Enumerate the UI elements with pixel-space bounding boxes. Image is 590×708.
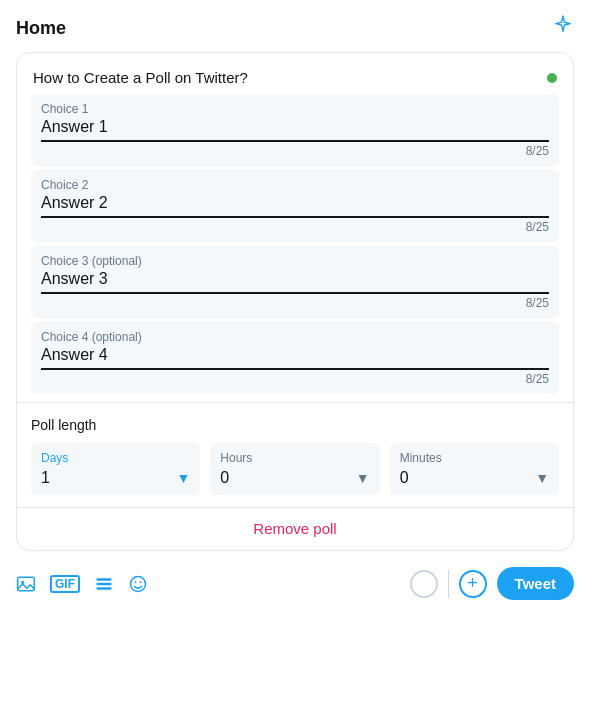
remove-poll-button[interactable]: Remove poll [253, 520, 336, 537]
choice-1-label: Choice 1 [41, 102, 549, 116]
page-title: Home [16, 18, 66, 39]
toolbar-left: GIF [16, 574, 148, 594]
image-icon[interactable] [16, 574, 36, 594]
toolbar-right: + Tweet [410, 567, 574, 600]
choice-2-input[interactable] [41, 194, 549, 218]
remove-poll-row: Remove poll [17, 507, 573, 550]
minutes-label: Minutes [400, 451, 549, 465]
emoji-icon[interactable] [128, 574, 148, 594]
choice-1-group: Choice 1 8/25 [31, 94, 559, 166]
hours-chevron-icon: ▼ [356, 470, 370, 486]
minutes-value-row: 0 ▼ [400, 469, 549, 487]
status-dot [547, 73, 557, 83]
svg-point-5 [131, 576, 146, 591]
svg-rect-4 [97, 587, 112, 590]
days-value-row: 1 ▼ [41, 469, 190, 487]
add-button[interactable]: + [459, 570, 487, 598]
sparkle-icon[interactable] [552, 14, 574, 42]
gif-icon[interactable]: GIF [50, 575, 80, 593]
svg-rect-2 [97, 578, 112, 581]
days-value: 1 [41, 469, 50, 487]
header: Home [0, 0, 590, 52]
choice-3-label: Choice 3 (optional) [41, 254, 549, 268]
choice-2-group: Choice 2 8/25 [31, 170, 559, 242]
choice-4-label: Choice 4 (optional) [41, 330, 549, 344]
toolbar-divider [448, 570, 449, 598]
days-chevron-icon: ▼ [176, 470, 190, 486]
poll-length-label: Poll length [31, 417, 559, 433]
minutes-dropdown[interactable]: Minutes 0 ▼ [390, 443, 559, 495]
choices-area: Choice 1 8/25 Choice 2 8/25 Choice 3 (op… [17, 94, 573, 394]
progress-circle [410, 570, 438, 598]
list-icon[interactable] [94, 574, 114, 594]
days-label: Days [41, 451, 190, 465]
toolbar: GIF + Tweet [0, 555, 590, 612]
svg-point-7 [140, 581, 142, 583]
hours-dropdown[interactable]: Hours 0 ▼ [210, 443, 379, 495]
poll-question: How to Create a Poll on Twitter? [33, 69, 547, 86]
choice-3-count: 8/25 [41, 296, 549, 310]
poll-length-section: Poll length Days 1 ▼ Hours 0 ▼ Minutes [17, 402, 573, 507]
poll-card: How to Create a Poll on Twitter? Choice … [16, 52, 574, 551]
minutes-value: 0 [400, 469, 409, 487]
hours-value-row: 0 ▼ [220, 469, 369, 487]
hours-label: Hours [220, 451, 369, 465]
dropdowns-row: Days 1 ▼ Hours 0 ▼ Minutes 0 ▼ [31, 443, 559, 495]
choice-2-count: 8/25 [41, 220, 549, 234]
svg-point-6 [135, 581, 137, 583]
choice-2-label: Choice 2 [41, 178, 549, 192]
days-dropdown[interactable]: Days 1 ▼ [31, 443, 200, 495]
choice-1-count: 8/25 [41, 144, 549, 158]
choice-3-group: Choice 3 (optional) 8/25 [31, 246, 559, 318]
choice-4-group: Choice 4 (optional) 8/25 [31, 322, 559, 394]
minutes-chevron-icon: ▼ [535, 470, 549, 486]
choice-4-input[interactable] [41, 346, 549, 370]
choice-3-input[interactable] [41, 270, 549, 294]
svg-rect-0 [18, 577, 35, 590]
svg-rect-3 [97, 582, 112, 585]
tweet-button[interactable]: Tweet [497, 567, 574, 600]
hours-value: 0 [220, 469, 229, 487]
choice-1-input[interactable] [41, 118, 549, 142]
choice-4-count: 8/25 [41, 372, 549, 386]
